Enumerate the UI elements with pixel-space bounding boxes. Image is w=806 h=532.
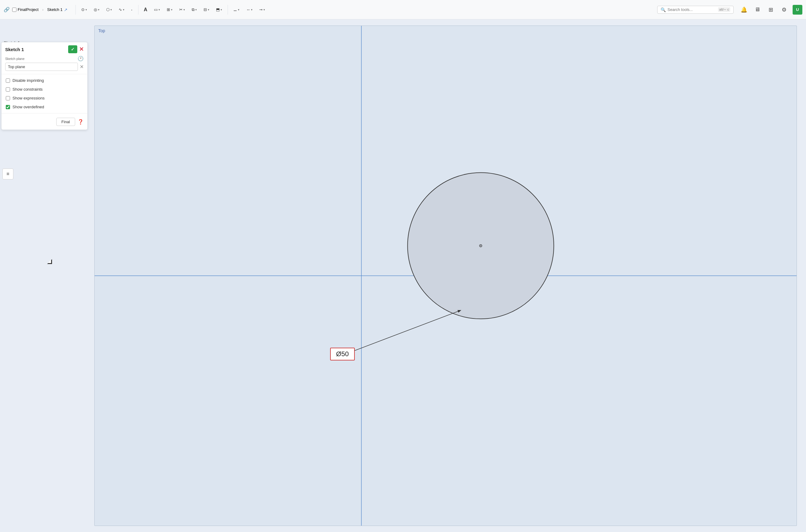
sketch-panel-title: Sketch 1 (5, 47, 24, 52)
tool-origin[interactable]: ◎ ▾ (91, 6, 102, 13)
tool-copy[interactable]: ⧉ ▾ (189, 6, 199, 14)
plane-input[interactable] (5, 63, 78, 71)
dimension-arrow-line (354, 311, 460, 351)
tool-trim[interactable]: ✂ ▾ (177, 6, 187, 13)
plane-label: Sketch plane (5, 57, 25, 60)
sketch-svg (95, 26, 796, 526)
sketch-nav: Sketch 1 ↗ (47, 7, 68, 12)
close-button[interactable]: ✕ (79, 45, 84, 53)
separator-2 (138, 5, 138, 15)
final-button[interactable]: Final (56, 118, 75, 126)
tool-dimension[interactable]: ↔ ▾ (244, 6, 255, 13)
help-icon[interactable]: ❓ (78, 119, 84, 125)
dimension-icon: ↔ (246, 7, 250, 12)
origin-chevron: ▾ (98, 8, 99, 11)
plane-input-row: ✕ (5, 63, 84, 71)
pattern-chevron: ▾ (208, 8, 209, 11)
checkbox-show-expressions[interactable]: Show expressions (1, 94, 87, 102)
project-name: FinalProject (18, 7, 39, 12)
tool-pattern[interactable]: ⊟ ▾ (201, 6, 212, 13)
measure-chevron: ▾ (238, 8, 240, 11)
show-expressions-label: Show expressions (13, 96, 45, 100)
slot-chevron: ▾ (158, 8, 160, 11)
user-avatar[interactable]: U (793, 5, 802, 15)
transform-chevron: ▾ (171, 8, 172, 11)
tool-circle[interactable]: ⊙ ▾ (79, 6, 90, 13)
text-icon: A (144, 7, 148, 13)
tool-transform[interactable]: ⊞ ▾ (164, 6, 175, 13)
panel-footer: Final ❓ (1, 115, 87, 126)
dxf-icon: ⬒ (216, 7, 220, 12)
list-icon: ≡ (6, 171, 9, 177)
sidebar-list-icon[interactable]: ≡ (2, 169, 13, 179)
transform-icon: ⊞ (167, 7, 170, 12)
spline-chevron: ▾ (123, 8, 125, 11)
display-icon[interactable]: 🖥 (752, 5, 762, 15)
trim-icon: ✂ (179, 7, 183, 12)
slot-icon: ▭ (154, 7, 157, 12)
close-icon: ✕ (79, 46, 84, 52)
sketch-plane-section: Sketch plane 🕐 ✕ (1, 56, 87, 72)
checkbox-show-constraints[interactable]: Show constraints (1, 85, 87, 94)
dimension-chevron: ▾ (251, 8, 252, 11)
checkbox-show-overdefined[interactable]: Show overdefined (1, 102, 87, 111)
tool-constrain[interactable]: ⊸ ▾ (257, 6, 267, 13)
show-expressions-checkbox[interactable] (6, 96, 10, 100)
checkmark-icon: ✓ (71, 47, 75, 52)
disable-imprinting-label: Disable imprinting (13, 78, 44, 83)
show-constraints-checkbox[interactable] (6, 87, 10, 92)
project-checkbox-label[interactable]: FinalProject (12, 7, 39, 12)
project-checkbox[interactable] (12, 7, 16, 12)
search-box[interactable]: 🔍 alt/∼ c (657, 6, 734, 14)
separator-1 (75, 5, 76, 15)
toolbar: 🔗 FinalProject › Sketch 1 ↗ ⊙ ▾ ◎ ▾ ⬡ ▾ … (0, 0, 806, 19)
circle-icon: ⊙ (81, 7, 85, 12)
dxf-chevron: ▾ (221, 8, 222, 11)
tool-slot[interactable]: ▭ ▾ (151, 6, 163, 13)
circle-chevron: ▾ (86, 8, 87, 11)
clock-icon[interactable]: 🕐 (78, 56, 84, 61)
search-shortcut: alt/∼ c (718, 7, 730, 12)
show-overdefined-label: Show overdefined (13, 104, 44, 109)
search-icon: 🔍 (660, 7, 666, 12)
grid-icon[interactable]: ⊞ (766, 5, 775, 15)
confirm-button[interactable]: ✓ (68, 45, 77, 53)
panel-actions: ✓ ✕ (68, 45, 84, 53)
dimension-value[interactable]: Ø50 (330, 348, 355, 360)
measure-icon: ⚊ (233, 7, 237, 12)
polygon-icon: ⬡ (106, 7, 110, 12)
trim-chevron: ▾ (184, 8, 185, 11)
sketch-panel-header: Sketch 1 ✓ ✕ (1, 42, 87, 56)
divider-1 (1, 74, 87, 74)
point-icon: · (131, 7, 133, 13)
nav-separator-1: › (42, 7, 43, 12)
tool-text[interactable]: A (142, 5, 150, 14)
origin-icon: ◎ (94, 7, 97, 12)
plane-clear-icon[interactable]: ✕ (80, 64, 84, 70)
tool-measure[interactable]: ⚊ ▾ (231, 6, 242, 13)
tool-dxf[interactable]: ⬒ ▾ (213, 6, 225, 13)
checkbox-disable-imprinting[interactable]: Disable imprinting (1, 76, 87, 85)
toolbar-nav: 🔗 FinalProject › Sketch 1 ↗ (4, 7, 68, 13)
toolbar-right: 🔔 🖥 ⊞ ⚙ U (739, 5, 802, 15)
tool-spline[interactable]: ∿ ▾ (116, 6, 127, 13)
show-overdefined-checkbox[interactable] (6, 105, 10, 109)
settings-icon[interactable]: ⚙ (779, 5, 789, 15)
notifications-icon[interactable]: 🔔 (739, 5, 749, 15)
plane-label-row: Sketch plane 🕐 (5, 56, 84, 61)
copy-chevron: ▾ (195, 8, 197, 11)
circle-center-dot (480, 245, 481, 246)
disable-imprinting-checkbox[interactable] (6, 78, 10, 83)
sketch-nav-label: Sketch 1 (47, 7, 63, 12)
canvas-box[interactable]: Top Ø50 (94, 25, 797, 526)
sketch-nav-icon: ↗ (64, 7, 68, 12)
dimension-label-box[interactable]: Ø50 (330, 348, 355, 360)
spline-icon: ∿ (119, 7, 122, 12)
search-input[interactable] (668, 7, 716, 12)
cursor (47, 259, 52, 264)
tool-point[interactable]: · (129, 5, 135, 14)
constrain-icon: ⊸ (259, 7, 263, 12)
tool-polygon[interactable]: ⬡ ▾ (104, 6, 114, 13)
sketch-panel: Sketch 1 ✓ ✕ Sketch plane 🕐 ✕ (1, 42, 88, 130)
chain-icon: 🔗 (4, 7, 10, 13)
